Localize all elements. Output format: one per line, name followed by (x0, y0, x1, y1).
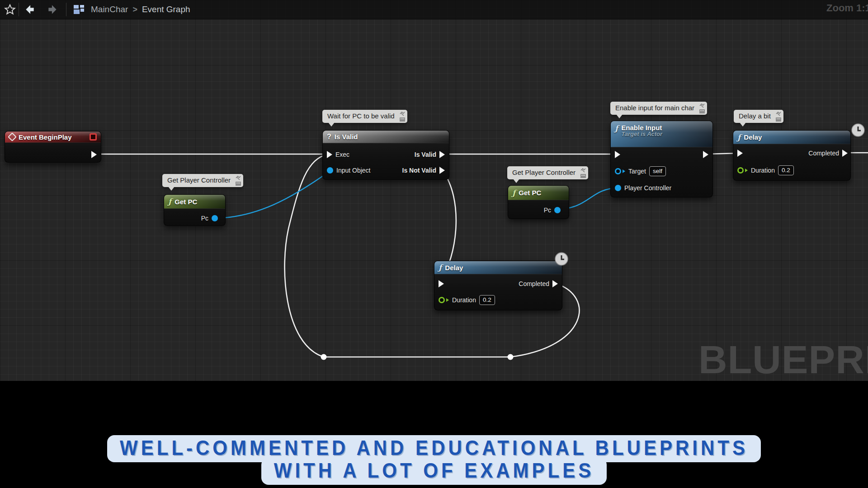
comment-text: Delay a bit (739, 112, 771, 120)
comment-grid-icon (236, 182, 241, 186)
comment-text: Get Player Controller (512, 169, 576, 176)
latent-clock-icon (555, 252, 568, 266)
toolbar-separator (66, 3, 66, 16)
node-enable-input[interactable]: ƒ Enable Input Target is Actor Target se… (610, 121, 713, 197)
breadcrumb-graph[interactable]: Event Graph (142, 5, 190, 14)
pin-exec-in[interactable] (439, 279, 444, 288)
function-icon: ƒ (168, 197, 171, 206)
pin-player-controller[interactable]: Player Controller (615, 183, 671, 192)
comment-text: Enable input for main char (615, 104, 694, 112)
node-delay-loop[interactable]: ƒ Delay Completed Duration 0.2 (434, 261, 562, 310)
duration-value-field[interactable]: 0.2 (778, 165, 794, 175)
node-delay-end[interactable]: ƒ Delay Completed Duration 0.2 (733, 130, 851, 181)
comment-text: Get Player Controller (167, 176, 231, 184)
target-value-field[interactable]: self (649, 166, 666, 176)
wire-layer (0, 0, 868, 381)
duration-value-field[interactable]: 0.2 (479, 295, 495, 305)
node-title: Event BeginPlay (19, 133, 72, 141)
pin-exec-out[interactable] (703, 150, 708, 159)
function-icon: ƒ (737, 133, 741, 142)
reroute-node[interactable] (508, 354, 514, 360)
arrow-forward-icon (46, 4, 59, 15)
comment-text: Wait for PC to be valid (327, 112, 395, 120)
event-badge-icon (90, 133, 97, 141)
comment-grid-icon (580, 174, 586, 178)
pushpin-icon (699, 103, 705, 108)
pin-exec-in[interactable]: Exec (327, 150, 349, 159)
blueprint-class-icon (73, 4, 86, 15)
breadcrumb-asset[interactable]: MainChar (91, 5, 128, 14)
node-title: Is Valid (335, 133, 358, 141)
pin-pc-out[interactable]: Pc (201, 214, 218, 223)
comment-grid-icon (776, 117, 781, 122)
pin-duration[interactable]: Duration 0.2 (737, 166, 794, 175)
arrow-back-icon (24, 4, 36, 15)
node-get-pc-1[interactable]: ƒ Get PC Pc (164, 194, 226, 226)
nav-back-button[interactable] (24, 4, 36, 15)
star-icon (4, 4, 16, 15)
banner-line-1: WELL-COMMENTED AND EDUCATIONAL BLUEPRINT… (120, 436, 748, 460)
pin-is-valid-out[interactable]: Is Valid (415, 150, 445, 159)
favorite-star-button[interactable] (4, 4, 16, 15)
node-title: Get PC (175, 198, 197, 206)
function-icon: ƒ (615, 124, 618, 133)
node-event-beginplay[interactable]: Event BeginPlay (5, 131, 101, 163)
function-icon: ƒ (439, 263, 442, 272)
pin-exec-in[interactable] (615, 150, 620, 159)
toolbar-separator (19, 3, 19, 16)
node-title: Delay (445, 264, 463, 272)
pin-completed-out[interactable]: Completed (519, 279, 558, 288)
pin-input-object[interactable]: Input Object (327, 166, 371, 175)
comment-bubble-get-pc-2[interactable]: Get Player Controller (507, 166, 588, 179)
pin-is-not-valid-out[interactable]: Is Not Valid (402, 166, 445, 175)
pin-exec-in[interactable] (737, 149, 743, 158)
node-title: Delay (744, 133, 762, 141)
pushpin-icon (400, 112, 405, 117)
zoom-level-indicator: Zoom 1:1 (826, 2, 868, 14)
comment-bubble-is-valid[interactable]: Wait for PC to be valid (322, 110, 407, 123)
comment-bubble-delay[interactable]: Delay a bit (734, 110, 783, 123)
pin-exec-out[interactable] (91, 150, 97, 159)
blueprint-watermark: BLUEPRINT (698, 337, 868, 381)
blueprint-graph-canvas[interactable]: BLUEPRINT Get Player Controller Wait for… (0, 0, 868, 381)
marketing-banner: WELL-COMMENTED AND EDUCATIONAL BLUEPRINT… (0, 435, 868, 485)
pushpin-icon (580, 168, 586, 173)
latent-clock-icon (851, 123, 865, 137)
bottom-band: WELL-COMMENTED AND EDUCATIONAL BLUEPRINT… (0, 381, 868, 488)
pin-completed-out[interactable]: Completed (808, 149, 848, 158)
screenshot-root: BLUEPRINT Get Player Controller Wait for… (0, 0, 868, 488)
comment-grid-icon (699, 109, 705, 113)
question-icon: ? (327, 133, 331, 141)
nav-forward-button[interactable] (46, 4, 59, 15)
breadcrumb-chevron-icon: > (132, 5, 137, 14)
node-is-valid[interactable]: ? Is Valid Exec Is Valid Input Object Is… (322, 130, 449, 180)
pushpin-icon (236, 176, 241, 181)
reroute-node[interactable] (321, 354, 327, 360)
pushpin-icon (776, 112, 781, 117)
pin-pc-out[interactable]: Pc (544, 206, 561, 215)
comment-grid-icon (400, 117, 405, 122)
pin-target[interactable]: Target self (615, 167, 666, 176)
graph-toolbar: MainChar > Event Graph (0, 0, 868, 19)
comment-bubble-enable-input[interactable]: Enable input for main char (610, 102, 707, 115)
function-icon: ƒ (512, 188, 515, 197)
node-get-pc-2[interactable]: ƒ Get PC Pc (508, 185, 569, 219)
node-subtitle: Target is Actor (621, 131, 662, 137)
banner-line-2: WITH A LOT OF EXAMPLES (274, 458, 594, 483)
node-title: Get PC (519, 189, 541, 197)
exec-wire-loop-up (285, 155, 328, 357)
pin-duration[interactable]: Duration 0.2 (439, 296, 495, 305)
event-diamond-icon (8, 132, 17, 141)
comment-bubble-get-pc-1[interactable]: Get Player Controller (162, 174, 243, 187)
